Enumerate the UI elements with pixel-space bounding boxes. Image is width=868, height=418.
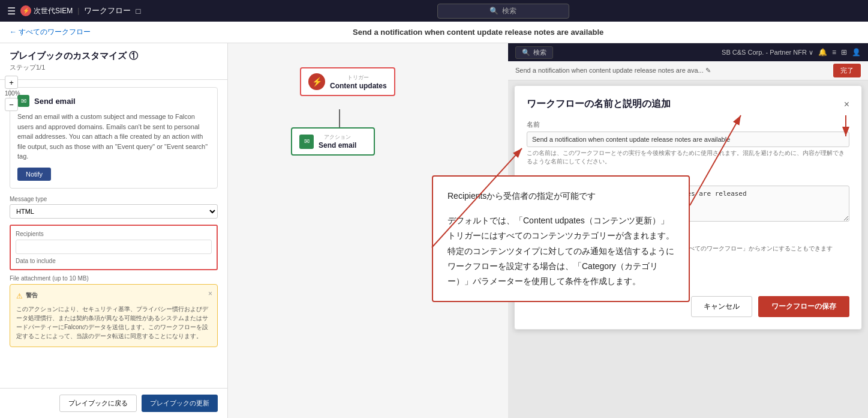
left-panel: + 100% − プレイブックのカスタマイズ ① ステップ1/1 ✉ Send … [0,43,228,418]
dialog-header: ワークフローの名前と説明の追加 × [527,98,849,111]
nav-icon: □ [136,7,140,16]
playbook-title: プレイブックのカスタマイズ ① [10,50,218,62]
page-title: Send a notification when content update … [98,28,858,37]
sub-header: ← すべてのワークフロー Send a notification when co… [0,22,868,43]
name-desc: この名前は、このワークフローとその実行を今後検索するために使用されます。混乱を避… [527,149,849,166]
file-attach-section: File attachment (up to 10 MB) × ⚠ 警告 このア… [10,275,218,347]
send-email-desc: Send an email with a custom subject and … [17,112,210,162]
action-type: アクション [319,133,356,141]
search-input[interactable]: 🔍 検索 [437,4,569,19]
trigger-icon: ⚡ [308,73,325,90]
org-label: SB C&S Corp. - Partner NFR ∨ 🔔 ≡ ⊞ 👤 [722,48,861,56]
right-search-icon: 🔍 [522,49,530,56]
grid-icon[interactable]: ⊞ [841,48,847,56]
left-panel-content: ✉ Send email Send an email with a custom… [0,80,227,388]
back-link[interactable]: ← すべてのワークフロー [10,27,91,37]
search-icon: 🔍 [489,7,498,15]
trigger-node[interactable]: ⚡ トリガー Content updates [300,67,395,96]
notify-button[interactable]: Notify [17,168,51,181]
message-type-select[interactable]: HTML [10,204,218,219]
warning-box: × ⚠ 警告 このアクションにより、セキュリティ基準、プライバシー慣行およびデー… [10,284,218,347]
warning-close-button[interactable]: × [208,288,212,299]
update-button[interactable]: プレイブックの更新 [142,395,218,412]
callout-line2: デフォルトでは、「Content udpates（コンテンツ更新）」トリガーには… [447,213,674,289]
back-button[interactable]: プレイブックに戻る [59,395,137,412]
send-email-title: Send email [34,97,76,106]
list-icon[interactable]: ≡ [832,48,836,56]
workflow-canvas: ⚡ トリガー Content updates ✉ アクション Send emai… [228,43,868,418]
playbook-header: プレイブックのカスタマイズ ① ステップ1/1 [0,43,227,80]
warning-icon: ⚠ [16,291,23,301]
right-mini-header: 🔍 検索 SB C&S Corp. - Partner NFR ∨ 🔔 ≡ ⊞ … [508,43,868,61]
left-panel-bottom: プレイブックに戻る プレイブックの更新 [0,388,227,418]
zoom-level: 100% [5,90,20,97]
name-label: 名前 [527,120,849,129]
kanryo-button[interactable]: 完了 [833,64,861,77]
user-icon[interactable]: 👤 [852,48,861,56]
callout-box: Recipientsから受信者の指定が可能です デフォルトでは、「Content… [432,175,690,302]
send-email-card: ✉ Send email Send an email with a custom… [10,87,218,189]
message-type-section: Message type HTML [10,196,218,219]
trigger-type: トリガー [330,74,387,82]
callout-line1: Recipientsから受信者の指定が可能です [447,189,674,204]
zoom-out-button[interactable]: − [5,98,18,111]
nav-section: ワークフロー [84,5,131,16]
right-search-input[interactable]: 🔍 検索 [515,46,553,59]
save-button[interactable]: ワークフローの保存 [758,296,849,317]
warning-title: 警告 [26,291,38,300]
message-type-label: Message type [10,196,218,202]
action-node[interactable]: ✉ アクション Send email [291,127,375,156]
warning-text: このアクションにより、セキュリティ基準、プライバシー慣行およびデータ処理慣行、ま… [16,304,211,341]
recipients-box: Recipients Data to include [10,225,218,270]
recipients-label: Recipients [16,231,212,237]
dialog-close-button[interactable]: × [844,99,849,110]
nav-separator: | [77,7,79,15]
nav-logo: ⚡ 次世代SIEM [20,5,73,16]
cancel-button[interactable]: キャンセル [691,296,752,317]
action-name: Send email [319,141,356,150]
dialog-title: ワークフローの名前と説明の追加 [527,98,671,111]
zoom-in-button[interactable]: + [5,76,18,89]
data-include-label: Data to include [16,258,212,264]
bell-icon[interactable]: 🔔 [818,48,827,56]
right-sub-title: Send a notification when content update … [515,67,828,74]
trigger-name: Content updates [330,82,387,90]
name-input[interactable] [527,132,849,147]
zoom-controls: + 100% − [5,76,20,111]
file-attach-label: File attachment (up to 10 MB) [10,275,218,282]
right-sub-header: Send a notification when content update … [508,61,868,80]
action-icon: ✉ [299,135,314,149]
top-nav: ☰ ⚡ 次世代SIEM | ワークフロー □ 🔍 検索 [0,0,868,22]
playbook-step: ステップ1/1 [10,63,218,72]
name-field: 名前 この名前は、このワークフローとその実行を今後検索するために使用されます。混… [527,120,849,166]
recipients-input[interactable] [16,240,212,254]
hamburger-icon[interactable]: ☰ [7,5,16,17]
